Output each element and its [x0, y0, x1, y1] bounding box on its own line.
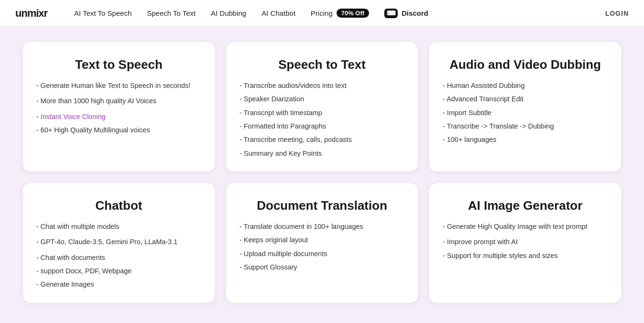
list-item: - GPT-4o, Claude-3.5, Gemini Pro, LLaMa-… — [36, 237, 201, 247]
card-title-ai-image-generator: AI Image Generator — [443, 198, 608, 213]
card-audio-video-dubbing: Audio and Video Dubbing - Human Assisted… — [429, 42, 621, 172]
discount-badge: 70% Off — [337, 9, 369, 18]
list-item: - Formatted into Paragraphs — [240, 121, 405, 131]
main-content: Text to Speech - Generate Human like Tex… — [0, 27, 644, 318]
card-text-to-speech: Text to Speech - Generate Human like Tex… — [23, 42, 215, 172]
list-item: - Improve prompt with AI — [443, 237, 608, 247]
list-item: - More than 1000 high quality AI Voices — [36, 96, 201, 106]
discord-icon: ⌨ — [384, 9, 398, 18]
list-item: - Chat with documents — [36, 253, 201, 262]
list-item: - 100+ languages — [443, 135, 608, 144]
list-item: - Support for multiple styles and sizes — [443, 251, 608, 260]
nav-ai-dubbing[interactable]: AI Dubbing — [211, 9, 246, 17]
list-item: - Chat with multiple models — [36, 222, 201, 231]
discord-button[interactable]: ⌨ Discord — [384, 9, 428, 18]
card-list-speech-to-text: - Transcribe audios/videos into text - S… — [240, 81, 405, 158]
nav-ai-text-to-speech[interactable]: AI Text To Speech — [74, 9, 131, 17]
nav-speech-to-text[interactable]: Speech To Text — [147, 9, 196, 17]
list-item: - support Docx, PDF, Webpage — [36, 266, 201, 276]
list-item: - Instant Voice Cloning — [36, 112, 201, 121]
list-item: - Support Glossary — [240, 262, 405, 272]
list-item: - Human Assisted Dubbing — [443, 81, 608, 90]
list-item: - Transcribe meeting, calls, podcasts — [240, 135, 405, 144]
list-item: - Translate document in 100+ languages — [240, 222, 405, 231]
list-item: - Transcribe -> Translate -> Dubbing — [443, 121, 608, 131]
card-title-chatbot: Chatbot — [36, 198, 201, 213]
instant-voice-cloning-link[interactable]: Instant Voice Cloning — [41, 113, 106, 120]
login-button[interactable]: LOGIN — [605, 10, 629, 17]
card-list-audio-video-dubbing: - Human Assisted Dubbing - Advanced Tran… — [443, 81, 608, 144]
main-nav: unmixr AI Text To Speech Speech To Text … — [0, 0, 644, 27]
list-item: - Advanced Transcript Edit — [443, 94, 608, 104]
card-chatbot: Chatbot - Chat with multiple models - GP… — [23, 183, 215, 303]
list-item: - Keeps original layout — [240, 235, 405, 245]
cards-grid: Text to Speech - Generate Human like Tex… — [23, 42, 621, 303]
card-list-chatbot: - Chat with multiple models - GPT-4o, Cl… — [36, 222, 201, 289]
list-item: - Transcribe audios/videos into text — [240, 81, 405, 90]
nav-links: AI Text To Speech Speech To Text AI Dubb… — [74, 9, 588, 18]
card-document-translation: Document Translation - Translate documen… — [226, 183, 418, 303]
card-ai-image-generator: AI Image Generator - Generate High Quali… — [429, 183, 621, 303]
card-title-document-translation: Document Translation — [240, 198, 405, 213]
list-item: - Generate High Quality Image with text … — [443, 222, 608, 231]
list-item: - Upload multiple documents — [240, 249, 405, 258]
list-item: - Generate Images — [36, 280, 201, 289]
card-speech-to-text: Speech to Text - Transcribe audios/video… — [226, 42, 418, 172]
list-item: - Generate Human like Text to Speech in … — [36, 81, 201, 90]
logo[interactable]: unmixr — [15, 7, 47, 20]
list-item: - Transcript with timestamp — [240, 108, 405, 118]
nav-pricing-link[interactable]: Pricing — [311, 9, 333, 17]
nav-ai-chatbot[interactable]: AI Chatbot — [262, 9, 296, 17]
list-item: - Import Subtitle — [443, 108, 608, 118]
nav-pricing: Pricing 70% Off — [311, 9, 369, 18]
card-list-text-to-speech: - Generate Human like Text to Speech in … — [36, 81, 201, 135]
card-title-audio-video-dubbing: Audio and Video Dubbing — [443, 57, 608, 72]
card-list-ai-image-generator: - Generate High Quality Image with text … — [443, 222, 608, 260]
list-item: - Speaker Diarization — [240, 94, 405, 104]
card-title-text-to-speech: Text to Speech — [36, 57, 201, 72]
card-title-speech-to-text: Speech to Text — [240, 57, 405, 72]
list-item: - 60+ High Quality Multilingual voices — [36, 125, 201, 135]
card-list-document-translation: - Translate document in 100+ languages -… — [240, 222, 405, 272]
list-item: - Summary and Key Points — [240, 149, 405, 158]
discord-label: Discord — [401, 9, 428, 17]
